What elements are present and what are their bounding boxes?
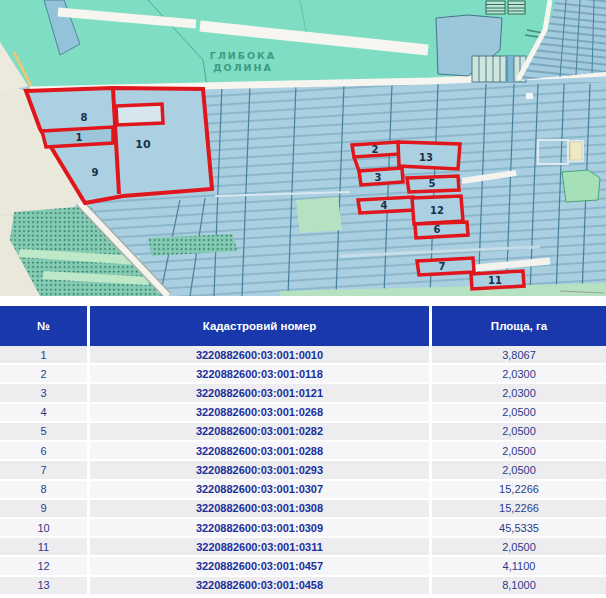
cell-area: 2,0500 bbox=[429, 538, 606, 555]
cell-number: 9 bbox=[0, 500, 87, 517]
parcel-label-3: 3 bbox=[375, 172, 382, 183]
header-area: Площа, га bbox=[429, 306, 606, 346]
header-number: № bbox=[0, 306, 87, 346]
table-row: 13 3220882600:03:001:0458 8,1000 bbox=[0, 577, 606, 596]
cell-area: 8,1000 bbox=[429, 577, 606, 594]
table-row: 3 3220882600:03:001:0121 2,0300 bbox=[0, 384, 606, 403]
table-body: 1 3220882600:03:001:0010 3,8067 2 322088… bbox=[0, 346, 606, 596]
cell-cadastral-number: 3220882600:03:001:0308 bbox=[87, 500, 429, 517]
parcel-label-4: 4 bbox=[381, 200, 388, 211]
parcel-label-6: 6 bbox=[434, 224, 441, 235]
cell-area: 2,0300 bbox=[429, 365, 606, 382]
cell-number: 10 bbox=[0, 519, 87, 536]
cell-number: 8 bbox=[0, 481, 87, 498]
table-row: 4 3220882600:03:001:0268 2,0500 bbox=[0, 404, 606, 423]
table-row: 10 3220882600:03:001:0309 45,5335 bbox=[0, 519, 606, 538]
table-row: 7 3220882600:03:001:0293 2,0500 bbox=[0, 461, 606, 480]
parcel-label-11: 11 bbox=[488, 275, 502, 286]
table-row: 6 3220882600:03:001:0288 2,0500 bbox=[0, 442, 606, 461]
cell-number: 2 bbox=[0, 365, 87, 382]
cell-cadastral-number: 3220882600:03:001:0458 bbox=[87, 577, 429, 594]
parcel-label-12: 12 bbox=[430, 205, 444, 216]
table-row: 8 3220882600:03:001:0307 15,2266 bbox=[0, 481, 606, 500]
cell-area: 2,0500 bbox=[429, 423, 606, 440]
cell-number: 3 bbox=[0, 384, 87, 401]
hatched-buildings bbox=[486, 1, 525, 14]
cell-cadastral-number: 3220882600:03:001:0010 bbox=[87, 346, 429, 363]
cell-number: 4 bbox=[0, 404, 87, 421]
table-row: 2 3220882600:03:001:0118 2,0300 bbox=[0, 365, 606, 384]
parcel-label-2: 2 bbox=[372, 144, 379, 155]
cell-cadastral-number: 3220882600:03:001:0282 bbox=[87, 423, 429, 440]
cadastral-table: № Кадастровий номер Площа, га 1 32208826… bbox=[0, 306, 606, 596]
cell-area: 3,8067 bbox=[429, 346, 606, 363]
header-cadastral-number: Кадастровий номер bbox=[87, 306, 429, 346]
parcel-label-1: 1 bbox=[76, 132, 83, 143]
cell-area: 4,1100 bbox=[429, 557, 606, 574]
cell-area: 2,0500 bbox=[429, 404, 606, 421]
table-row: 9 3220882600:03:001:0308 15,2266 bbox=[0, 500, 606, 519]
yellow-building bbox=[570, 142, 582, 160]
parcel-6[interactable] bbox=[415, 222, 468, 238]
parcel-label-10: 10 bbox=[135, 138, 151, 151]
cell-number: 1 bbox=[0, 346, 87, 363]
cell-area: 2,0500 bbox=[429, 461, 606, 478]
green-parcel bbox=[562, 170, 600, 202]
cell-area: 2,0300 bbox=[429, 384, 606, 401]
cell-cadastral-number: 3220882600:03:001:0118 bbox=[87, 365, 429, 382]
village-area: ГЛИБОКА ДОЛИНА bbox=[0, 0, 606, 94]
cell-area: 45,5335 bbox=[429, 519, 606, 536]
parcel-7[interactable] bbox=[417, 258, 474, 275]
parcel-10-notch bbox=[116, 104, 163, 125]
cell-cadastral-number: 3220882600:03:001:0457 bbox=[87, 557, 429, 574]
table-row: 1 3220882600:03:001:0010 3,8067 bbox=[0, 346, 606, 365]
cell-cadastral-number: 3220882600:03:001:0121 bbox=[87, 384, 429, 401]
cell-cadastral-number: 3220882600:03:001:0293 bbox=[87, 461, 429, 478]
cell-cadastral-number: 3220882600:03:001:0307 bbox=[87, 481, 429, 498]
place-label-line2: ДОЛИНА bbox=[213, 62, 273, 73]
cell-cadastral-number: 3220882600:03:001:0311 bbox=[87, 538, 429, 555]
table-row: 5 3220882600:03:001:0282 2,0500 bbox=[0, 423, 606, 442]
cell-number: 5 bbox=[0, 423, 87, 440]
cell-area: 15,2266 bbox=[429, 500, 606, 517]
cell-number: 7 bbox=[0, 461, 87, 478]
table-header: № Кадастровий номер Площа, га bbox=[0, 306, 606, 346]
parcel-label-7: 7 bbox=[439, 261, 446, 272]
cell-cadastral-number: 3220882600:03:001:0309 bbox=[87, 519, 429, 536]
cell-cadastral-number: 3220882600:03:001:0268 bbox=[87, 404, 429, 421]
cadastral-map[interactable]: ГЛИБОКА ДОЛИНА bbox=[0, 0, 606, 296]
parcel-label-13: 13 bbox=[419, 152, 433, 163]
cell-number: 6 bbox=[0, 442, 87, 459]
cell-number: 11 bbox=[0, 538, 87, 555]
cell-area: 15,2266 bbox=[429, 481, 606, 498]
table-row: 11 3220882600:03:001:0311 2,0500 bbox=[0, 538, 606, 557]
parcel-label-9: 9 bbox=[92, 167, 99, 178]
parcel-label-5: 5 bbox=[429, 178, 436, 189]
cell-number: 13 bbox=[0, 577, 87, 594]
cell-area: 2,0500 bbox=[429, 442, 606, 459]
parcel-label-8: 8 bbox=[81, 112, 88, 123]
table-row: 12 3220882600:03:001:0457 4,1100 bbox=[0, 557, 606, 576]
map-canvas[interactable]: ГЛИБОКА ДОЛИНА bbox=[0, 0, 606, 296]
cell-number: 12 bbox=[0, 557, 87, 574]
cell-cadastral-number: 3220882600:03:001:0288 bbox=[87, 442, 429, 459]
place-label: ГЛИБОКА bbox=[210, 50, 276, 61]
